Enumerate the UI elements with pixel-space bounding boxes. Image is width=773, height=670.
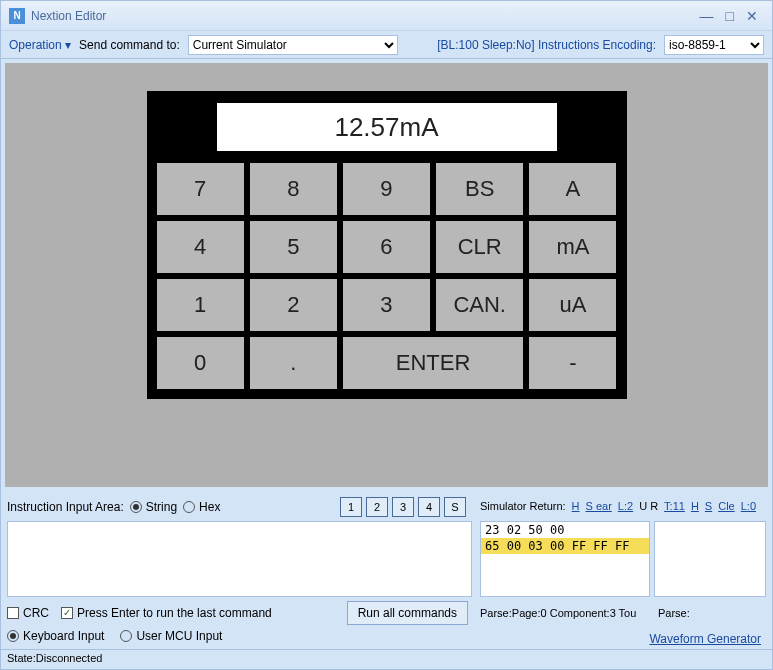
parse-right: Parse: xyxy=(658,607,690,619)
calc-display: 12.57mA xyxy=(217,103,557,151)
checkbox-icon xyxy=(61,607,73,619)
key-6[interactable]: 6 xyxy=(343,221,430,273)
instruction-input[interactable] xyxy=(7,521,472,597)
status-bar: State:Disconnected xyxy=(1,649,772,669)
preset-2[interactable]: 2 xyxy=(366,497,388,517)
return-box-right[interactable] xyxy=(654,521,766,597)
return-line-highlight: 65 00 03 00 FF FF FF xyxy=(481,538,649,554)
maximize-button[interactable]: □ xyxy=(726,8,734,24)
key-9[interactable]: 9 xyxy=(343,163,430,215)
ret-link-ur: U R xyxy=(639,500,658,512)
toolbar: Operation ▾ Send command to: Current Sim… xyxy=(1,31,772,59)
sim-return-label: Simulator Return: xyxy=(480,500,566,512)
key-can[interactable]: CAN. xyxy=(436,279,523,331)
input-area-label: Instruction Input Area: xyxy=(7,500,124,514)
radio-user-mcu[interactable]: User MCU Input xyxy=(120,629,222,643)
send-to-select[interactable]: Current Simulator xyxy=(188,35,398,55)
radio-keyboard-input[interactable]: Keyboard Input xyxy=(7,629,104,643)
radio-dot-icon xyxy=(130,501,142,513)
bracket-info: [BL:100 Sleep:No] Instructions Encoding: xyxy=(437,38,656,52)
radio-dot-icon xyxy=(120,630,132,642)
app-icon: N xyxy=(9,8,25,24)
key-bs[interactable]: BS xyxy=(436,163,523,215)
titlebar: N Nextion Editor — □ ✕ xyxy=(1,1,772,31)
ret-link-h2[interactable]: H xyxy=(691,500,699,512)
window-title: Nextion Editor xyxy=(31,9,700,23)
key-dot[interactable]: . xyxy=(250,337,337,389)
calculator: 12.57mA 7 8 9 BS A 4 5 6 CLR mA 1 2 3 CA… xyxy=(147,91,627,399)
key-clr[interactable]: CLR xyxy=(436,221,523,273)
close-button[interactable]: ✕ xyxy=(746,8,758,24)
key-ua[interactable]: uA xyxy=(529,279,616,331)
return-box-left[interactable]: 23 02 50 00 65 00 03 00 FF FF FF xyxy=(480,521,650,597)
key-minus[interactable]: - xyxy=(529,337,616,389)
preset-4[interactable]: 4 xyxy=(418,497,440,517)
preset-3[interactable]: 3 xyxy=(392,497,414,517)
radio-string[interactable]: String xyxy=(130,500,177,514)
radio-dot-icon xyxy=(183,501,195,513)
crc-checkbox[interactable]: CRC xyxy=(7,606,49,620)
key-0[interactable]: 0 xyxy=(157,337,244,389)
run-all-button[interactable]: Run all commands xyxy=(347,601,468,625)
ret-link-cle[interactable]: Cle xyxy=(718,500,735,512)
ret-link-t11[interactable]: T:11 xyxy=(664,500,685,512)
waveform-generator-link[interactable]: Waveform Generator xyxy=(649,632,761,646)
minimize-button[interactable]: — xyxy=(700,8,714,24)
ret-link-s2[interactable]: S xyxy=(705,500,712,512)
key-a[interactable]: A xyxy=(529,163,616,215)
parse-left: Parse:Page:0 Component:3 Tou xyxy=(480,607,650,619)
key-ma[interactable]: mA xyxy=(529,221,616,273)
key-8[interactable]: 8 xyxy=(250,163,337,215)
key-2[interactable]: 2 xyxy=(250,279,337,331)
key-3[interactable]: 3 xyxy=(343,279,430,331)
ret-link-l0[interactable]: L:0 xyxy=(741,500,756,512)
key-1[interactable]: 1 xyxy=(157,279,244,331)
send-to-label: Send command to: xyxy=(79,38,180,52)
press-enter-checkbox[interactable]: Press Enter to run the last command xyxy=(61,606,272,620)
key-enter[interactable]: ENTER xyxy=(343,337,523,389)
preset-s[interactable]: S xyxy=(444,497,466,517)
simulator-area: 12.57mA 7 8 9 BS A 4 5 6 CLR mA 1 2 3 CA… xyxy=(5,63,768,487)
radio-dot-icon xyxy=(7,630,19,642)
key-7[interactable]: 7 xyxy=(157,163,244,215)
return-line: 23 02 50 00 xyxy=(481,522,649,538)
key-4[interactable]: 4 xyxy=(157,221,244,273)
preset-1[interactable]: 1 xyxy=(340,497,362,517)
radio-hex[interactable]: Hex xyxy=(183,500,220,514)
ret-link-h[interactable]: H xyxy=(572,500,580,512)
operation-menu[interactable]: Operation ▾ xyxy=(9,38,71,52)
ret-link-l2[interactable]: L:2 xyxy=(618,500,633,512)
checkbox-icon xyxy=(7,607,19,619)
key-5[interactable]: 5 xyxy=(250,221,337,273)
encoding-select[interactable]: iso-8859-1 xyxy=(664,35,764,55)
ret-link-sear[interactable]: S ear xyxy=(586,500,612,512)
